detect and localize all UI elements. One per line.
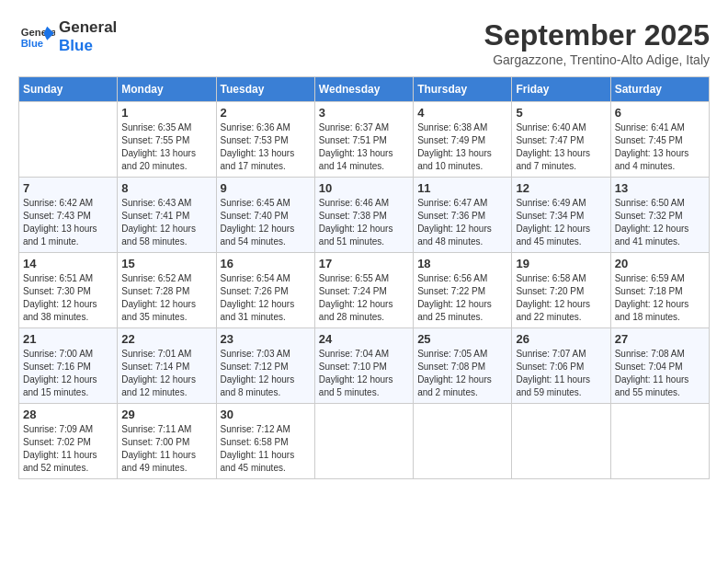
calendar-cell: 23Sunrise: 7:03 AM Sunset: 7:12 PM Dayli… (216, 328, 314, 404)
calendar-cell: 13Sunrise: 6:50 AM Sunset: 7:32 PM Dayli… (610, 178, 709, 253)
day-number: 15 (121, 257, 211, 270)
day-number: 29 (121, 408, 211, 421)
day-number: 23 (221, 332, 311, 346)
calendar-cell: 27Sunrise: 7:08 AM Sunset: 7:04 PM Dayli… (610, 328, 709, 404)
day-info: Sunrise: 6:38 AM Sunset: 7:49 PM Dayligh… (417, 121, 507, 173)
day-info: Sunrise: 7:03 AM Sunset: 7:12 PM Dayligh… (221, 348, 311, 399)
weekday-header-thursday: Thursday (414, 77, 512, 102)
calendar-cell: 15Sunrise: 6:52 AM Sunset: 7:28 PM Dayli… (118, 253, 216, 328)
day-info: Sunrise: 7:07 AM Sunset: 7:06 PM Dayligh… (516, 348, 606, 399)
day-info: Sunrise: 6:45 AM Sunset: 7:40 PM Dayligh… (221, 197, 311, 248)
calendar-cell: 10Sunrise: 6:46 AM Sunset: 7:38 PM Dayli… (314, 178, 413, 253)
day-info: Sunrise: 7:11 AM Sunset: 7:00 PM Dayligh… (121, 423, 211, 475)
day-info: Sunrise: 6:55 AM Sunset: 7:24 PM Dayligh… (319, 272, 409, 324)
month-title: September 2025 (484, 18, 710, 52)
calendar-week-row: 7Sunrise: 6:42 AM Sunset: 7:43 PM Daylig… (19, 178, 710, 253)
calendar-week-row: 1Sunrise: 6:35 AM Sunset: 7:55 PM Daylig… (19, 102, 710, 178)
calendar-cell: 9Sunrise: 6:45 AM Sunset: 7:40 PM Daylig… (216, 178, 314, 253)
page-header: General Blue General Blue September 2025… (18, 18, 710, 67)
calendar-cell: 24Sunrise: 7:04 AM Sunset: 7:10 PM Dayli… (314, 328, 413, 404)
calendar-cell: 11Sunrise: 6:47 AM Sunset: 7:36 PM Dayli… (414, 178, 512, 253)
calendar-cell (512, 404, 610, 479)
calendar-cell: 29Sunrise: 7:11 AM Sunset: 7:00 PM Dayli… (118, 404, 216, 479)
calendar-cell: 14Sunrise: 6:51 AM Sunset: 7:30 PM Dayli… (19, 253, 118, 328)
logo: General Blue General Blue (18, 18, 117, 55)
calendar-cell: 16Sunrise: 6:54 AM Sunset: 7:26 PM Dayli… (216, 253, 314, 328)
calendar-cell: 2Sunrise: 6:36 AM Sunset: 7:53 PM Daylig… (216, 102, 314, 178)
calendar-cell: 25Sunrise: 7:05 AM Sunset: 7:08 PM Dayli… (414, 328, 512, 404)
day-info: Sunrise: 6:47 AM Sunset: 7:36 PM Dayligh… (417, 197, 507, 248)
day-number: 19 (516, 257, 606, 270)
calendar-cell (314, 404, 413, 479)
day-info: Sunrise: 7:09 AM Sunset: 7:02 PM Dayligh… (23, 423, 113, 475)
day-info: Sunrise: 6:52 AM Sunset: 7:28 PM Dayligh… (121, 272, 211, 324)
day-number: 13 (615, 181, 705, 195)
day-number: 22 (121, 332, 211, 346)
title-block: September 2025 Gargazzone, Trentino-Alto… (484, 18, 710, 67)
day-info: Sunrise: 6:54 AM Sunset: 7:26 PM Dayligh… (221, 272, 311, 324)
day-info: Sunrise: 6:36 AM Sunset: 7:53 PM Dayligh… (221, 121, 311, 173)
calendar-cell (414, 404, 512, 479)
day-number: 17 (319, 257, 409, 270)
weekday-header-sunday: Sunday (19, 77, 118, 102)
calendar-table: SundayMondayTuesdayWednesdayThursdayFrid… (18, 76, 710, 479)
day-info: Sunrise: 6:49 AM Sunset: 7:34 PM Dayligh… (516, 197, 606, 248)
day-info: Sunrise: 7:05 AM Sunset: 7:08 PM Dayligh… (417, 348, 507, 399)
day-number: 28 (23, 408, 113, 421)
day-number: 5 (516, 106, 606, 120)
day-number: 10 (319, 181, 409, 195)
calendar-cell: 8Sunrise: 6:43 AM Sunset: 7:41 PM Daylig… (118, 178, 216, 253)
day-info: Sunrise: 6:56 AM Sunset: 7:22 PM Dayligh… (417, 272, 507, 324)
day-number: 6 (615, 106, 705, 120)
day-info: Sunrise: 6:40 AM Sunset: 7:47 PM Dayligh… (516, 121, 606, 173)
weekday-header-tuesday: Tuesday (216, 77, 314, 102)
day-info: Sunrise: 7:01 AM Sunset: 7:14 PM Dayligh… (121, 348, 211, 399)
day-info: Sunrise: 6:37 AM Sunset: 7:51 PM Dayligh… (319, 121, 409, 173)
day-info: Sunrise: 6:43 AM Sunset: 7:41 PM Dayligh… (121, 197, 211, 248)
day-number: 26 (516, 332, 606, 346)
weekday-header-friday: Friday (512, 77, 610, 102)
day-number: 9 (221, 181, 311, 195)
day-number: 12 (516, 181, 606, 195)
day-number: 2 (221, 106, 311, 120)
calendar-cell: 22Sunrise: 7:01 AM Sunset: 7:14 PM Dayli… (118, 328, 216, 404)
calendar-cell: 6Sunrise: 6:41 AM Sunset: 7:45 PM Daylig… (610, 102, 709, 178)
day-number: 1 (121, 106, 211, 120)
day-info: Sunrise: 7:12 AM Sunset: 6:58 PM Dayligh… (221, 423, 311, 475)
calendar-cell (19, 102, 118, 178)
svg-text:Blue: Blue (21, 38, 43, 49)
day-number: 14 (23, 257, 113, 270)
day-info: Sunrise: 7:08 AM Sunset: 7:04 PM Dayligh… (615, 348, 705, 399)
day-info: Sunrise: 6:46 AM Sunset: 7:38 PM Dayligh… (319, 197, 409, 248)
day-number: 4 (417, 106, 507, 120)
day-number: 3 (319, 106, 409, 120)
weekday-header-wednesday: Wednesday (314, 77, 413, 102)
location-subtitle: Gargazzone, Trentino-Alto Adige, Italy (484, 52, 710, 67)
day-info: Sunrise: 6:42 AM Sunset: 7:43 PM Dayligh… (23, 197, 113, 248)
day-info: Sunrise: 6:50 AM Sunset: 7:32 PM Dayligh… (615, 197, 705, 248)
calendar-cell: 18Sunrise: 6:56 AM Sunset: 7:22 PM Dayli… (414, 253, 512, 328)
logo-text-blue: Blue (59, 37, 117, 55)
calendar-week-row: 21Sunrise: 7:00 AM Sunset: 7:16 PM Dayli… (19, 328, 710, 404)
logo-icon: General Blue (18, 23, 55, 51)
day-number: 20 (615, 257, 705, 270)
calendar-cell: 28Sunrise: 7:09 AM Sunset: 7:02 PM Dayli… (19, 404, 118, 479)
logo-text-general: General (59, 18, 117, 37)
calendar-cell: 3Sunrise: 6:37 AM Sunset: 7:51 PM Daylig… (314, 102, 413, 178)
calendar-cell: 7Sunrise: 6:42 AM Sunset: 7:43 PM Daylig… (19, 178, 118, 253)
day-info: Sunrise: 6:51 AM Sunset: 7:30 PM Dayligh… (23, 272, 113, 324)
day-info: Sunrise: 7:00 AM Sunset: 7:16 PM Dayligh… (23, 348, 113, 399)
weekday-header-row: SundayMondayTuesdayWednesdayThursdayFrid… (19, 77, 710, 102)
day-number: 11 (417, 181, 507, 195)
calendar-cell: 26Sunrise: 7:07 AM Sunset: 7:06 PM Dayli… (512, 328, 610, 404)
calendar-cell: 12Sunrise: 6:49 AM Sunset: 7:34 PM Dayli… (512, 178, 610, 253)
day-number: 21 (23, 332, 113, 346)
calendar-cell: 20Sunrise: 6:59 AM Sunset: 7:18 PM Dayli… (610, 253, 709, 328)
day-info: Sunrise: 7:04 AM Sunset: 7:10 PM Dayligh… (319, 348, 409, 399)
day-number: 25 (417, 332, 507, 346)
day-info: Sunrise: 6:35 AM Sunset: 7:55 PM Dayligh… (121, 121, 211, 173)
day-number: 8 (121, 181, 211, 195)
calendar-cell: 1Sunrise: 6:35 AM Sunset: 7:55 PM Daylig… (118, 102, 216, 178)
day-number: 16 (221, 257, 311, 270)
weekday-header-saturday: Saturday (610, 77, 709, 102)
